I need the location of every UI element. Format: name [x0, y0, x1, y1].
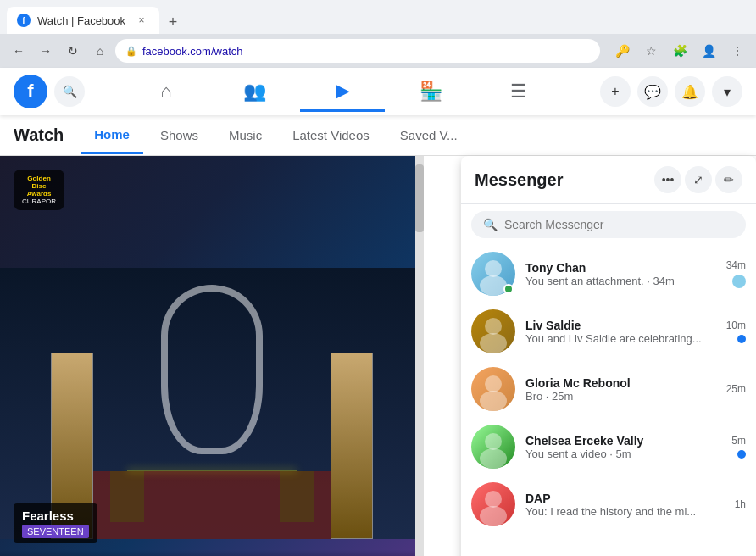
svg-point-5	[480, 391, 507, 411]
conversation-name: Chelsea Erceke Vally	[525, 434, 721, 448]
tab-close-button[interactable]: ×	[134, 13, 149, 28]
svg-point-7	[480, 448, 507, 469]
nav-menu[interactable]: ☰	[476, 71, 561, 112]
video-controls: ▶ 0:09 / 9:26	[0, 550, 424, 556]
svg-point-2	[485, 318, 502, 335]
watch-nav-saved[interactable]: Saved V...	[386, 118, 471, 153]
conversation-item[interactable]: Liv Saldie You and Liv Saldie are celebr…	[461, 303, 756, 360]
messenger-expand-button[interactable]: ⤢	[685, 166, 712, 193]
conversation-info: Liv Saldie You and Liv Saldie are celebr…	[525, 319, 716, 345]
conversation-info: Chelsea Erceke Vally You sent a video · …	[525, 434, 721, 460]
svg-point-0	[485, 260, 502, 277]
reload-button[interactable]: ↻	[61, 39, 85, 63]
address-bar[interactable]: 🔒 facebook.com/watch	[115, 39, 600, 63]
conversation-preview: You: I read the history and the mi...	[525, 505, 725, 518]
nav-home[interactable]: ⌂	[124, 71, 208, 112]
logo-sub: CURAPOR	[22, 197, 56, 205]
forward-button[interactable]: →	[34, 39, 58, 63]
messenger-popup: Messenger ••• ⤢ ✏ 🔍	[461, 156, 756, 556]
facebook-action-buttons: + 💬 🔔 ▾	[600, 76, 742, 107]
main-content: Golden Disc Awards CURAPOR Fearless SEVE…	[0, 156, 756, 556]
notifications-button[interactable]: 🔔	[675, 76, 705, 107]
add-button[interactable]: +	[600, 76, 631, 107]
video-player[interactable]: Golden Disc Awards CURAPOR Fearless SEVE…	[0, 156, 424, 556]
conversations-list: Tony Chan You sent an attachment. · 34m …	[461, 245, 756, 556]
active-tab[interactable]: f Watch | Facebook ×	[7, 7, 159, 34]
svg-point-1	[480, 275, 507, 296]
messenger-search-bar[interactable]: 🔍	[471, 211, 746, 238]
facebook-header: f 🔍 ⌂ 👥 ▶ 🏪 ☰ + 💬 🔔 ▾	[0, 68, 756, 115]
avatar-wrap	[471, 482, 515, 526]
bookmark-button[interactable]: ☆	[639, 39, 663, 63]
chrome-menu-button[interactable]: ⋮	[725, 39, 749, 63]
conversation-item[interactable]: DAP You: I read the history and the mi..…	[461, 475, 756, 533]
avatar	[471, 425, 515, 469]
conversation-preview: Bro · 25m	[525, 390, 716, 403]
new-tab-button[interactable]: +	[161, 10, 185, 34]
tab-bar: f Watch | Facebook × +	[0, 0, 756, 34]
conversation-meta: 1h	[735, 498, 746, 510]
video-background: Golden Disc Awards CURAPOR Fearless SEVE…	[0, 156, 424, 556]
conversation-time: 25m	[726, 383, 746, 395]
watch-nav-shows[interactable]: Shows	[147, 118, 212, 153]
unread-indicator	[737, 335, 746, 343]
nav-watch[interactable]: ▶	[300, 71, 385, 112]
seen-icon	[732, 275, 746, 288]
avatar	[471, 367, 515, 411]
conversation-name: Liv Saldie	[525, 319, 716, 332]
nav-friends[interactable]: 👥	[212, 71, 297, 112]
lock-icon: 🔒	[125, 46, 137, 57]
unread-indicator	[737, 450, 746, 459]
scrollbar[interactable]	[415, 156, 424, 556]
conversation-name: DAP	[525, 492, 725, 505]
song-info: Fearless SEVENTEEN	[14, 503, 97, 543]
conversation-meta: 25m	[726, 383, 746, 395]
tab-title: Watch | Facebook	[37, 14, 127, 27]
search-icon: 🔍	[483, 218, 498, 231]
conversation-preview: You sent a video · 5m	[525, 448, 721, 460]
facebook-logo[interactable]: f	[14, 75, 47, 108]
svg-point-6	[485, 433, 502, 450]
conversation-item[interactable]: Gloria Mc Rebonol Bro · 25m 25m	[461, 360, 756, 418]
search-button[interactable]: 🔍	[54, 76, 85, 107]
avatar	[471, 309, 515, 353]
messenger-compose-button[interactable]: ✏	[715, 166, 742, 193]
svg-point-4	[485, 375, 502, 392]
conversation-info: DAP You: I read the history and the mi..…	[525, 492, 725, 518]
messenger-button[interactable]: 💬	[637, 76, 668, 107]
profile-button[interactable]: 👤	[697, 39, 720, 63]
avatar	[471, 482, 515, 526]
watch-nav-home[interactable]: Home	[81, 117, 143, 154]
watch-title: Watch	[14, 125, 64, 145]
messenger-actions: ••• ⤢ ✏	[654, 166, 742, 193]
messenger-search-input[interactable]	[504, 218, 734, 231]
account-button[interactable]: ▾	[712, 76, 742, 107]
watch-nav-latest[interactable]: Latest Videos	[279, 118, 383, 153]
logo-line2: Disc	[32, 182, 47, 190]
watch-navigation: Watch Home Shows Music Latest Videos Sav…	[0, 115, 756, 156]
conversation-time: 1h	[735, 498, 746, 510]
watch-nav-music[interactable]: Music	[215, 118, 275, 153]
logo-line1: Golden	[27, 175, 51, 182]
messenger-title: Messenger	[475, 170, 654, 190]
facebook-nav: ⌂ 👥 ▶ 🏪 ☰	[92, 71, 593, 112]
conversation-meta: 5m	[731, 435, 746, 459]
messenger-more-button[interactable]: •••	[654, 166, 681, 193]
browser-action-buttons: 🔑 ☆ 🧩 👤 ⋮	[610, 39, 749, 63]
avatar-wrap	[471, 425, 515, 469]
home-button[interactable]: ⌂	[88, 39, 112, 63]
conversation-name: Tony Chan	[525, 261, 716, 275]
extensions-button[interactable]: 🧩	[668, 39, 692, 63]
conversation-item[interactable]: Tony Chan You sent an attachment. · 34m …	[461, 245, 756, 303]
back-button[interactable]: ←	[7, 39, 31, 63]
logo-line3: Awards	[27, 190, 52, 197]
logo-badge: Golden Disc Awards CURAPOR	[14, 170, 64, 210]
nav-marketplace[interactable]: 🏪	[388, 71, 473, 112]
scrollbar-thumb[interactable]	[415, 164, 424, 232]
conversation-time: 10m	[726, 320, 746, 331]
avatar-wrap	[471, 252, 515, 296]
key-icon-button[interactable]: 🔑	[610, 39, 634, 63]
conversation-item[interactable]: Chelsea Erceke Vally You sent a video · …	[461, 418, 756, 475]
messenger-header: Messenger ••• ⤢ ✏	[461, 156, 756, 204]
svg-point-9	[480, 506, 507, 526]
